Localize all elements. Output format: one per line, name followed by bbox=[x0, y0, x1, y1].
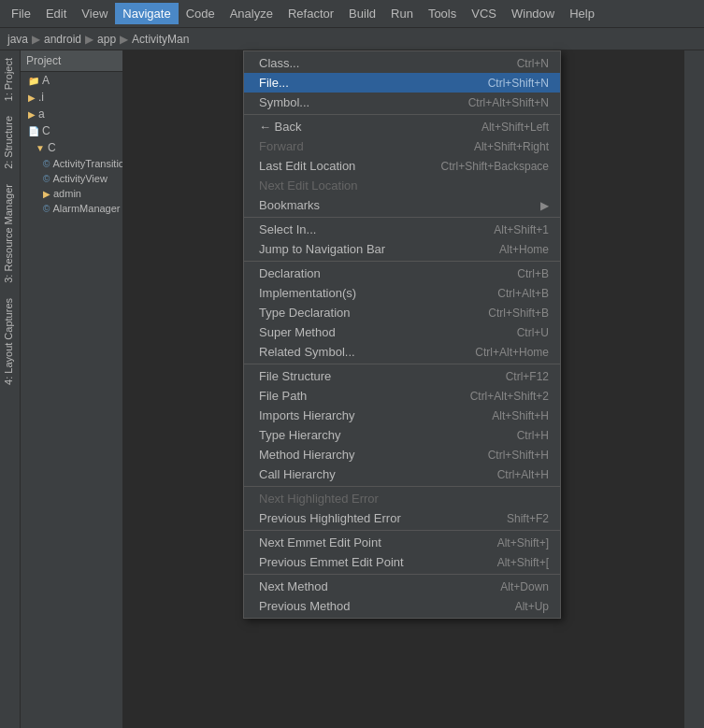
tree-label: admin bbox=[53, 188, 81, 199]
breadcrumb-activityman[interactable]: ActivityMan bbox=[132, 33, 189, 46]
menu-implementation-label: Implementation(s) bbox=[259, 286, 475, 300]
menu-edit[interactable]: Edit bbox=[38, 3, 74, 24]
menu-code[interactable]: Code bbox=[179, 3, 223, 24]
menu-implementation[interactable]: Implementation(s) Ctrl+Alt+B bbox=[244, 283, 560, 303]
breadcrumb-sep-3: ▶ bbox=[120, 33, 128, 46]
menu-jump-nav[interactable]: Jump to Navigation Bar Alt+Home bbox=[244, 239, 560, 259]
menu-run[interactable]: Run bbox=[383, 3, 421, 24]
menu-prev-error[interactable]: Previous Highlighted Error Shift+F2 bbox=[244, 508, 560, 528]
left-sidebar-tabs: 1: Project 2: Structure 3: Resource Mana… bbox=[0, 50, 21, 728]
menu-next-emmet[interactable]: Next Emmet Edit Point Alt+Shift+] bbox=[244, 533, 560, 552]
menu-file-structure-shortcut: Ctrl+F12 bbox=[506, 370, 549, 383]
menu-imports-hierarchy[interactable]: Imports Hierarchy Alt+Shift+H bbox=[244, 406, 560, 425]
menu-back-shortcut: Alt+Shift+Left bbox=[481, 121, 549, 134]
breadcrumb-java[interactable]: java bbox=[7, 33, 28, 46]
menu-jump-nav-label: Jump to Navigation Bar bbox=[259, 242, 477, 256]
tree-item[interactable]: © ActivityTransitionState bbox=[21, 156, 122, 171]
project-panel-title: Project bbox=[26, 54, 61, 67]
divider-7 bbox=[244, 574, 560, 575]
tree-item[interactable]: ▶ .i bbox=[21, 89, 122, 106]
menu-view[interactable]: View bbox=[74, 3, 115, 24]
menu-last-edit-label: Last Edit Location bbox=[259, 159, 419, 173]
sidebar-tab-layout[interactable]: 4: Layout Captures bbox=[0, 291, 20, 393]
menu-method-hierarchy-shortcut: Ctrl+Shift+H bbox=[488, 449, 549, 462]
menu-jump-nav-shortcut: Alt+Home bbox=[499, 243, 549, 256]
tree-item[interactable]: © ActivityView bbox=[21, 171, 122, 186]
menu-call-hierarchy-shortcut: Ctrl+Alt+H bbox=[497, 468, 549, 481]
menu-navigate[interactable]: Navigate bbox=[115, 3, 178, 24]
menu-last-edit[interactable]: Last Edit Location Ctrl+Shift+Backspace bbox=[244, 156, 560, 176]
menu-refactor[interactable]: Refactor bbox=[280, 3, 341, 24]
menu-select-in[interactable]: Select In... Alt+Shift+1 bbox=[244, 220, 560, 239]
menu-prev-emmet[interactable]: Previous Emmet Edit Point Alt+Shift+[ bbox=[244, 552, 560, 572]
divider-4 bbox=[244, 364, 560, 364]
sidebar-tab-structure[interactable]: 2: Structure bbox=[0, 108, 20, 177]
menu-bookmarks[interactable]: Bookmarks ▶ bbox=[244, 195, 560, 215]
menu-symbol[interactable]: Symbol... Ctrl+Alt+Shift+N bbox=[244, 93, 560, 112]
breadcrumb-sep-1: ▶ bbox=[32, 33, 40, 46]
folder-icon: ▶ bbox=[43, 189, 50, 199]
menu-type-declaration[interactable]: Type Declaration Ctrl+Shift+B bbox=[244, 303, 560, 322]
java-icon: © bbox=[43, 204, 50, 214]
menu-symbol-label: Symbol... bbox=[259, 95, 446, 109]
menu-file-path[interactable]: File Path Ctrl+Alt+Shift+2 bbox=[244, 386, 560, 406]
divider-1 bbox=[244, 114, 560, 115]
menu-next-method[interactable]: Next Method Alt+Down bbox=[244, 577, 560, 596]
tree-item[interactable]: © AlarmManager bbox=[21, 201, 122, 216]
menu-bar: File Edit View Navigate Code Analyze Ref… bbox=[0, 0, 704, 28]
menu-select-in-label: Select In... bbox=[259, 222, 471, 236]
menu-next-edit-label: Next Edit Location bbox=[259, 178, 526, 193]
tree-item[interactable]: 📁 A bbox=[21, 72, 122, 89]
menu-super-method[interactable]: Super Method Ctrl+U bbox=[244, 322, 560, 342]
menu-next-method-label: Next Method bbox=[259, 579, 478, 593]
menu-forward-shortcut: Alt+Shift+Right bbox=[474, 140, 549, 153]
menu-file-structure[interactable]: File Structure Ctrl+F12 bbox=[244, 366, 560, 386]
menu-prev-emmet-shortcut: Alt+Shift+[ bbox=[497, 556, 549, 569]
menu-file-path-shortcut: Ctrl+Alt+Shift+2 bbox=[470, 390, 549, 403]
tree-label: A bbox=[42, 74, 50, 87]
menu-analyze[interactable]: Analyze bbox=[223, 3, 280, 24]
menu-related-symbol[interactable]: Related Symbol... Ctrl+Alt+Home bbox=[244, 342, 560, 362]
menu-build[interactable]: Build bbox=[341, 3, 383, 24]
menu-tools[interactable]: Tools bbox=[421, 3, 464, 24]
menu-call-hierarchy-label: Call Hierarchy bbox=[259, 467, 475, 481]
menu-back[interactable]: ← Back Alt+Shift+Left bbox=[244, 117, 560, 136]
menu-related-symbol-shortcut: Ctrl+Alt+Home bbox=[475, 346, 549, 359]
menu-declaration-label: Declaration bbox=[259, 266, 495, 280]
menu-next-emmet-shortcut: Alt+Shift+] bbox=[497, 536, 549, 550]
right-sidebar bbox=[683, 50, 704, 728]
menu-window[interactable]: Window bbox=[504, 3, 562, 24]
breadcrumb-app[interactable]: app bbox=[97, 33, 116, 46]
menu-vcs[interactable]: VCS bbox=[464, 3, 504, 24]
menu-prev-method[interactable]: Previous Method Alt+Up bbox=[244, 596, 560, 616]
tree-item[interactable]: ▶ admin bbox=[21, 186, 122, 201]
menu-forward-label: Forward bbox=[259, 139, 452, 153]
divider-6 bbox=[244, 530, 560, 531]
menu-class[interactable]: Class... Ctrl+N bbox=[244, 53, 560, 73]
breadcrumb-android[interactable]: android bbox=[44, 33, 81, 46]
menu-type-declaration-shortcut: Ctrl+Shift+B bbox=[488, 307, 549, 320]
menu-file[interactable]: File bbox=[4, 3, 38, 24]
menu-imports-hierarchy-label: Imports Hierarchy bbox=[259, 408, 469, 422]
menu-declaration[interactable]: Declaration Ctrl+B bbox=[244, 264, 560, 283]
menu-call-hierarchy[interactable]: Call Hierarchy Ctrl+Alt+H bbox=[244, 464, 560, 484]
divider-3 bbox=[244, 261, 560, 262]
divider-5 bbox=[244, 486, 560, 487]
menu-type-declaration-label: Type Declaration bbox=[259, 306, 466, 320]
menu-file-label: File... bbox=[259, 76, 466, 90]
menu-help[interactable]: Help bbox=[562, 3, 602, 24]
menu-next-error: Next Highlighted Error bbox=[244, 489, 560, 508]
sidebar-tab-resource[interactable]: 3: Resource Manager bbox=[0, 177, 20, 291]
menu-super-method-label: Super Method bbox=[259, 325, 495, 339]
sidebar-tab-project[interactable]: 1: Project bbox=[0, 50, 20, 108]
menu-method-hierarchy[interactable]: Method Hierarchy Ctrl+Shift+H bbox=[244, 445, 560, 464]
tree-item[interactable]: 📄 C bbox=[21, 122, 122, 139]
tree-label: ActivityView bbox=[52, 173, 107, 184]
tree-item[interactable]: ▶ a bbox=[21, 106, 122, 122]
menu-type-hierarchy-label: Type Hierarchy bbox=[259, 428, 495, 442]
tree-item[interactable]: ▼ C bbox=[21, 139, 122, 156]
tree-label: AlarmManager bbox=[52, 203, 120, 214]
menu-file[interactable]: File... Ctrl+Shift+N bbox=[244, 73, 560, 93]
menu-forward: Forward Alt+Shift+Right bbox=[244, 136, 560, 156]
menu-type-hierarchy[interactable]: Type Hierarchy Ctrl+H bbox=[244, 425, 560, 445]
